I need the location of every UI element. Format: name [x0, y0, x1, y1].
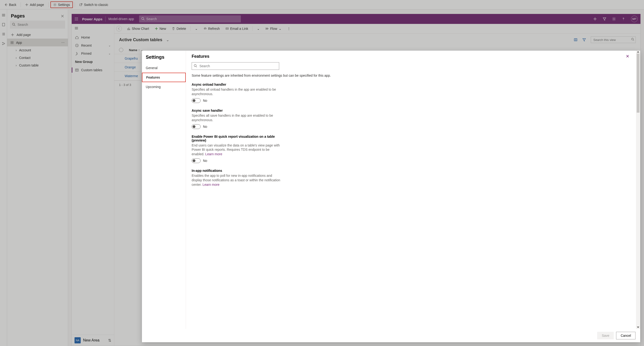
feature-desc: End users can visualize the data on a ta… [192, 143, 282, 157]
feature-desc: Specifies all onload handlers in the app… [192, 87, 282, 96]
search-icon [194, 64, 197, 68]
settings-nav-general[interactable]: General [142, 64, 186, 72]
settings-nav-upcoming[interactable]: Upcoming [142, 82, 186, 91]
features-heading: Features [192, 54, 630, 59]
toggle-label: No [203, 125, 207, 128]
cancel-button[interactable]: Cancel [616, 332, 636, 339]
features-intro: Some feature settings are inherited from… [192, 74, 630, 78]
feature-item: Async save handlerSpecifies all save han… [192, 109, 282, 129]
toggle-switch[interactable] [192, 98, 201, 103]
close-icon[interactable]: ✕ [624, 54, 630, 59]
scrollbar[interactable] [636, 51, 640, 329]
feature-item: Enable Power BI quick report visualizati… [192, 135, 282, 163]
settings-nav-features[interactable]: Features [142, 73, 186, 82]
svg-point-31 [194, 64, 196, 67]
feature-title: Async onload handler [192, 82, 282, 86]
learn-more-link[interactable]: Learn more [205, 152, 222, 156]
settings-nav: Settings General Features Upcoming [142, 51, 186, 329]
scroll-up-icon[interactable] [637, 51, 639, 52]
toggle-switch[interactable] [192, 124, 201, 129]
feature-title: Enable Power BI quick report visualizati… [192, 135, 282, 142]
feature-desc: Enables the app to poll for new in-app n… [192, 174, 282, 187]
features-search-input[interactable] [192, 62, 279, 70]
feature-item: Async onload handlerSpecifies all onload… [192, 82, 282, 103]
save-button: Save [597, 332, 614, 339]
feature-title: In-app notifications [192, 169, 282, 172]
settings-modal: Settings General Features Upcoming ✕ Fea… [142, 51, 640, 342]
scroll-down-icon[interactable] [637, 326, 639, 328]
toggle-label: No [203, 159, 207, 162]
feature-item: In-app notificationsEnables the app to p… [192, 169, 282, 187]
feature-title: Async save handler [192, 109, 282, 112]
learn-more-link[interactable]: Learn more [202, 183, 220, 186]
feature-desc: Specifies all save handlers in the app a… [192, 113, 282, 122]
settings-title: Settings [142, 52, 186, 64]
toggle-switch[interactable] [192, 158, 201, 163]
scroll-thumb[interactable] [637, 54, 640, 113]
toggle-label: No [203, 99, 207, 102]
modal-footer: Save Cancel [142, 329, 640, 342]
